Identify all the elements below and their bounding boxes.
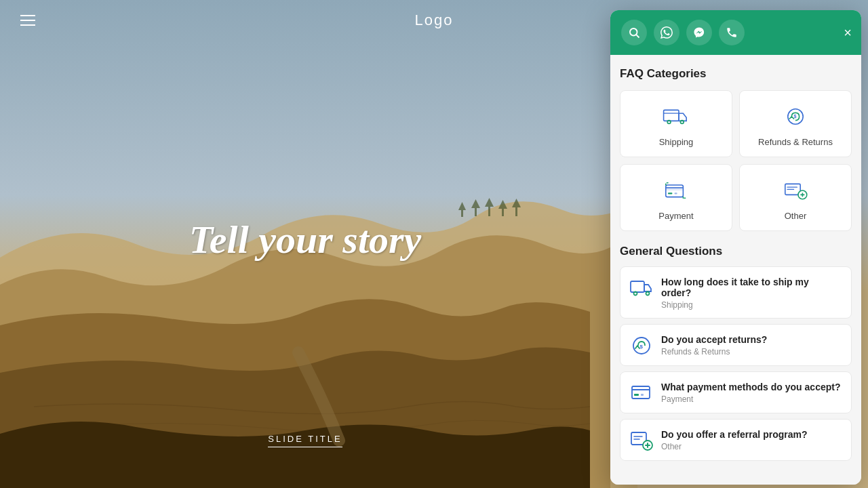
svg-rect-3 [475,207,477,216]
q3-title: What payment methods do you accept? [661,382,842,392]
q4-title: Do you offer a referral program? [661,429,842,440]
category-label-other: Other [785,211,807,221]
q2-subtitle: Refunds & Returns [661,347,842,357]
category-label-refunds: Refunds & Returns [758,137,833,147]
category-card-payment[interactable]: Payment [620,164,732,231]
category-card-shipping[interactable]: Shipping [620,90,732,157]
hero-section: Tell your story [0,217,610,262]
category-label-payment: Payment [658,211,693,221]
hamburger-menu[interactable] [20,15,35,26]
faq-category-grid: Shipping $ Refunds & Returns [620,90,852,231]
question-card-q2[interactable]: $ Do you accept returns? Refunds & Retur… [620,324,852,366]
q4-text: Do you offer a referral program? Other [661,429,842,451]
category-card-other[interactable]: Other [739,164,852,231]
q4-subtitle: Other [661,442,842,451]
svg-rect-35 [632,386,650,399]
faq-categories-title: FAQ Categories [620,67,852,81]
q1-title: How long does it take to ship my order? [661,277,842,298]
phone-button[interactable] [719,20,745,45]
panel-body: FAQ Categories Shipping $ [610,55,861,485]
svg-point-11 [630,28,637,36]
svg-text:$: $ [640,344,644,350]
svg-rect-9 [515,206,517,216]
messenger-button[interactable] [686,20,712,45]
svg-rect-30 [631,281,644,292]
q3-subtitle: Payment [661,394,842,404]
slide-title-section: SLIDE TITLE [0,432,610,447]
svg-rect-38 [641,394,644,396]
whatsapp-button[interactable] [654,20,679,45]
category-label-shipping: Shipping [659,137,694,147]
logo: Logo [415,12,454,29]
svg-point-31 [634,292,637,296]
svg-rect-37 [634,394,639,396]
svg-point-14 [667,121,671,124]
svg-rect-19 [666,185,684,197]
svg-rect-23 [675,192,677,194]
svg-text:$: $ [794,113,797,119]
category-card-refunds[interactable]: $ Refunds & Returns [739,90,852,157]
q1-text: How long does it take to ship my order? … [661,277,842,310]
slide-title: SLIDE TITLE [268,434,342,447]
q1-subtitle: Shipping [661,300,842,310]
panel-header: × [610,10,861,55]
svg-point-32 [646,292,650,296]
close-button[interactable]: × [844,26,852,39]
faq-panel: × FAQ Categories Shipping [610,10,861,485]
search-button[interactable] [621,20,647,45]
q2-title: Do you accept returns? [661,334,842,345]
svg-line-12 [636,35,639,37]
svg-rect-5 [488,205,490,216]
question-card-q1[interactable]: How long does it take to ship my order? … [620,266,852,319]
question-card-q4[interactable]: Do you offer a referral program? Other [620,419,852,461]
svg-rect-22 [668,192,672,194]
svg-rect-13 [664,110,679,121]
general-questions-title: General Questions [620,245,852,258]
question-card-q3[interactable]: What payment methods do you accept? Paym… [620,371,852,413]
hero-title: Tell your story [0,217,610,262]
q3-text: What payment methods do you accept? Paym… [661,382,842,404]
svg-point-15 [680,121,684,124]
q2-text: Do you accept returns? Refunds & Returns [661,334,842,357]
